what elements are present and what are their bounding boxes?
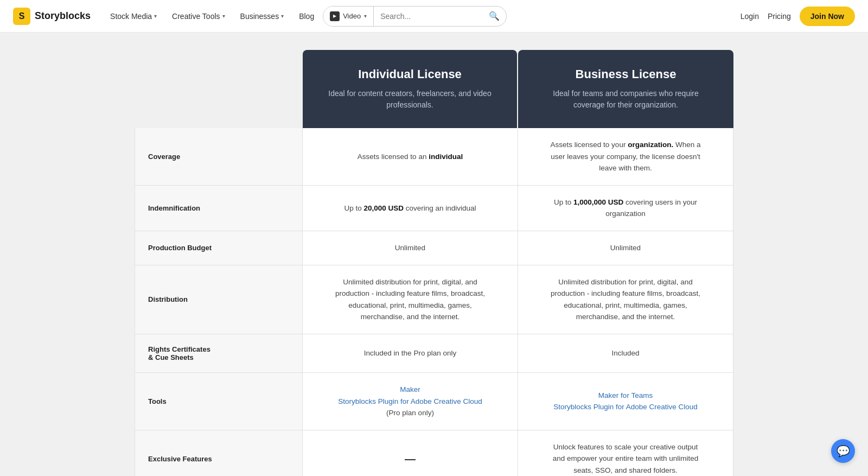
- tools-business-cell: Maker for Teams Storyblocks Plugin for A…: [518, 373, 733, 430]
- chevron-down-icon: ▾: [281, 13, 284, 19]
- rights-certificates-row: Rights Certificates & Cue Sheets Include…: [135, 334, 733, 373]
- adobe-plugin-link-individual[interactable]: Storyblocks Plugin for Adobe Creative Cl…: [338, 397, 482, 405]
- header-empty-cell: [135, 50, 303, 128]
- indemnification-row: Indemnification Up to 20,000 USD coverin…: [135, 186, 733, 231]
- indemnification-label: Indemnification: [135, 186, 303, 231]
- search-input[interactable]: [374, 12, 482, 21]
- nav-item-businesses[interactable]: Businesses ▾: [234, 8, 291, 25]
- coverage-business-cell: Assets licensed to your organization. Wh…: [518, 128, 733, 185]
- tools-label: Tools: [135, 373, 303, 430]
- chevron-down-icon: ▾: [154, 13, 157, 19]
- nav-item-stock-media[interactable]: Stock Media ▾: [104, 8, 163, 25]
- exclusive-features-individual-cell: —: [303, 430, 518, 476]
- production-budget-individual-cell: Unlimited: [303, 231, 518, 265]
- maker-for-teams-link[interactable]: Maker for Teams: [598, 391, 653, 399]
- pricing-link[interactable]: Pricing: [768, 12, 791, 21]
- logo-icon: S: [13, 8, 30, 25]
- navbar: S Storyblocks Stock Media ▾ Creative Too…: [0, 0, 868, 33]
- chevron-down-icon: ▾: [364, 13, 367, 19]
- nav-item-blog[interactable]: Blog: [292, 8, 321, 25]
- production-budget-label: Production Budget: [135, 231, 303, 265]
- chevron-down-icon: ▾: [222, 13, 225, 19]
- adobe-plugin-link-business[interactable]: Storyblocks Plugin for Adobe Creative Cl…: [553, 403, 698, 411]
- exclusive-features-business-cell: Unlock features to scale your creative o…: [518, 430, 733, 476]
- exclusive-features-row: Exclusive Features — Unlock features to …: [135, 430, 733, 476]
- indemnification-business-cell: Up to 1,000,000 USD covering users in yo…: [518, 186, 733, 231]
- main-content: Individual License Ideal for content cre…: [108, 33, 760, 476]
- tools-individual-cell: Maker Storyblocks Plugin for Adobe Creat…: [303, 373, 518, 430]
- chat-bubble[interactable]: 💬: [831, 439, 855, 463]
- production-budget-row: Production Budget Unlimited Unlimited: [135, 231, 733, 265]
- rights-certificates-business-cell: Included: [518, 334, 733, 372]
- production-budget-business-cell: Unlimited: [518, 231, 733, 265]
- individual-license-title: Individual License: [324, 67, 495, 81]
- search-container: ▶ Video ▾ 🔍: [323, 6, 507, 27]
- distribution-label: Distribution: [135, 265, 303, 334]
- tools-row: Tools Maker Storyblocks Plugin for Adobe…: [135, 373, 733, 430]
- individual-license-subtitle: Ideal for content creators, freelancers,…: [324, 88, 495, 111]
- rights-certificates-individual-cell: Included in the Pro plan only: [303, 334, 518, 372]
- individual-license-header: Individual License Ideal for content cre…: [303, 50, 517, 128]
- nav-links: Stock Media ▾ Creative Tools ▾ Businesse…: [104, 6, 741, 27]
- nav-item-creative-tools[interactable]: Creative Tools ▾: [165, 8, 231, 25]
- nav-right: Login Pricing Join Now: [741, 7, 855, 26]
- chat-icon: 💬: [837, 445, 850, 458]
- video-icon: ▶: [330, 11, 340, 21]
- distribution-individual-cell: Unlimited distribution for print, digita…: [303, 265, 518, 334]
- coverage-label: Coverage: [135, 128, 303, 185]
- indemnification-individual-cell: Up to 20,000 USD covering an individual: [303, 186, 518, 231]
- join-now-button[interactable]: Join Now: [800, 7, 855, 26]
- coverage-row: Coverage Assets licensed to an individua…: [135, 128, 733, 186]
- distribution-row: Distribution Unlimited distribution for …: [135, 265, 733, 334]
- header-row: Individual License Ideal for content cre…: [135, 50, 733, 128]
- business-license-header: Business License Ideal for teams and com…: [518, 50, 733, 128]
- exclusive-features-label: Exclusive Features: [135, 430, 303, 476]
- business-license-title: Business License: [540, 67, 712, 81]
- media-type-selector[interactable]: ▶ Video ▾: [323, 7, 374, 26]
- rights-certificates-label: Rights Certificates & Cue Sheets: [135, 334, 303, 372]
- business-license-subtitle: Ideal for teams and companies who requir…: [540, 88, 712, 111]
- coverage-individual-cell: Assets licensed to an individual: [303, 128, 518, 185]
- login-link[interactable]: Login: [741, 12, 759, 21]
- brand-name: Storyblocks: [35, 10, 91, 22]
- logo-link[interactable]: S Storyblocks: [13, 8, 91, 25]
- distribution-business-cell: Unlimited distribution for print, digita…: [518, 265, 733, 334]
- search-button[interactable]: 🔍: [482, 11, 506, 21]
- maker-link[interactable]: Maker: [400, 385, 420, 394]
